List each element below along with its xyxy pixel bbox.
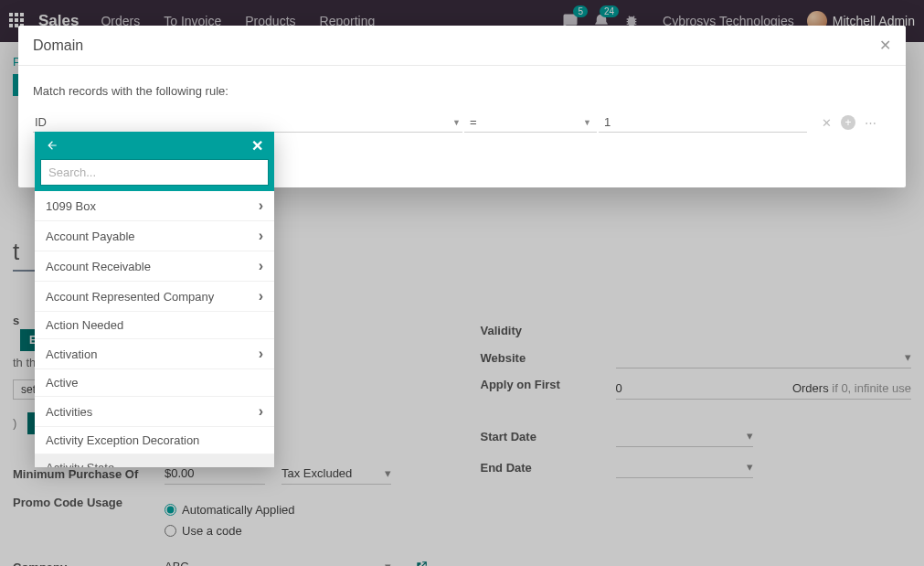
chevron-right-icon: › — [259, 403, 263, 420]
field-option[interactable]: Action Needed — [35, 312, 274, 339]
field-option-label: Account Payable — [46, 230, 135, 243]
field-option-label: Action Needed — [46, 318, 123, 332]
more-icon[interactable]: ⋯ — [865, 116, 876, 130]
field-option[interactable]: Account Represented Company› — [35, 282, 274, 312]
popover-close-icon[interactable]: ✕ — [251, 137, 263, 155]
field-option-label: 1099 Box — [46, 199, 96, 213]
field-option-label: Account Represented Company — [46, 290, 214, 304]
field-option[interactable]: Activity State — [35, 454, 274, 467]
rule-operator-select[interactable]: = ▼ — [464, 112, 597, 133]
chevron-down-icon: ▼ — [583, 118, 591, 127]
field-option-label: Activation — [46, 347, 97, 361]
field-option[interactable]: Activation› — [35, 339, 274, 369]
search-input[interactable] — [40, 159, 269, 186]
back-icon[interactable] — [46, 139, 58, 152]
field-option[interactable]: Active — [35, 369, 274, 397]
delete-rule-icon[interactable]: ✕ — [822, 116, 832, 130]
field-option[interactable]: Account Receivable› — [35, 251, 274, 282]
field-selector-popover: ✕ 1099 Box›Account Payable›Account Recei… — [35, 132, 274, 467]
field-option[interactable]: Account Payable› — [35, 221, 274, 251]
field-list[interactable]: 1099 Box›Account Payable›Account Receiva… — [35, 191, 274, 467]
chevron-right-icon: › — [259, 288, 263, 304]
close-icon[interactable]: ✕ — [879, 37, 891, 54]
rule-instruction: Match records with the following rule: — [33, 84, 891, 98]
rule-field-select[interactable]: ID ▼ — [33, 112, 462, 133]
popover-header: ✕ — [35, 132, 274, 159]
field-option-label: Activity State — [46, 461, 114, 467]
modal-title: Domain — [33, 37, 83, 54]
add-rule-icon[interactable]: + — [841, 115, 855, 130]
field-option[interactable]: Activities› — [35, 397, 274, 427]
field-option-label: Active — [46, 376, 78, 390]
rule-row: ID ▼ = ▼ 1 ✕ + ⋯ — [33, 112, 891, 133]
chevron-right-icon: › — [259, 228, 263, 244]
field-option-label: Activity Exception Decoration — [46, 433, 199, 447]
field-option-label: Activities — [46, 405, 92, 419]
chevron-down-icon: ▼ — [452, 118, 461, 127]
chevron-right-icon: › — [259, 346, 263, 362]
modal-header: Domain ✕ — [18, 26, 906, 66]
field-option-label: Account Receivable — [46, 260, 151, 273]
field-option[interactable]: Activity Exception Decoration — [35, 427, 274, 454]
chevron-right-icon: › — [259, 258, 263, 274]
rule-value-input[interactable]: 1 — [599, 112, 807, 133]
field-option[interactable]: 1099 Box› — [35, 191, 274, 221]
chevron-right-icon: › — [259, 198, 263, 214]
